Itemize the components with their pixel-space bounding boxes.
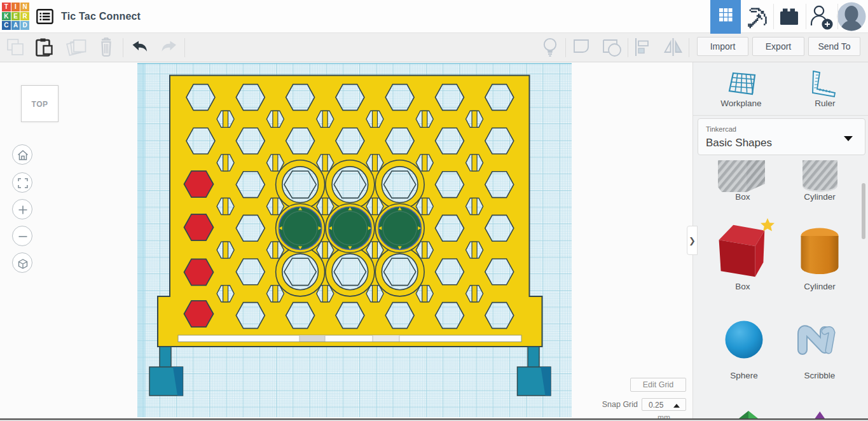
svg-text:Cylinder: Cylinder	[804, 282, 836, 291]
svg-text:Cylinder: Cylinder	[804, 192, 836, 202]
svg-text:Sphere: Sphere	[730, 371, 758, 380]
svg-text:Box: Box	[735, 282, 750, 291]
svg-text:Scribble: Scribble	[804, 371, 836, 380]
svg-text:Box: Box	[735, 192, 750, 202]
